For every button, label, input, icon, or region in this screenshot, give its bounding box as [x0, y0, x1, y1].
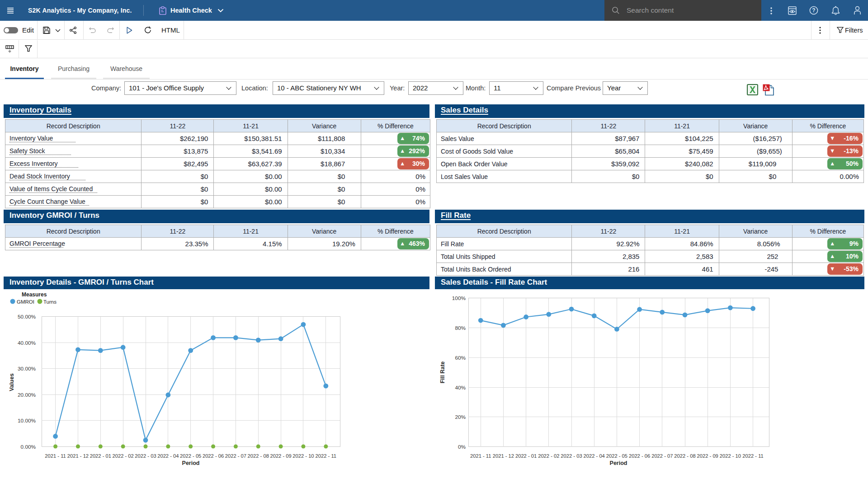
- svg-text:2022 - 05: 2022 - 05: [606, 453, 627, 459]
- svg-text:2022 - 07: 2022 - 07: [225, 453, 246, 459]
- svg-text:Period: Period: [182, 460, 200, 466]
- svg-text:20%: 20%: [455, 414, 466, 420]
- svg-text:2021 - 11: 2021 - 11: [45, 453, 66, 459]
- svg-text:50.00%: 50.00%: [18, 314, 36, 320]
- svg-text:80%: 80%: [455, 325, 466, 331]
- svg-text:2022 - 04: 2022 - 04: [584, 453, 605, 459]
- svg-text:2022 - 09: 2022 - 09: [697, 453, 718, 459]
- svg-text:0.00%: 0.00%: [21, 444, 36, 450]
- svg-text:Measures: Measures: [22, 291, 47, 298]
- svg-text:2022 - 05: 2022 - 05: [180, 453, 201, 459]
- svg-text:0%: 0%: [458, 444, 466, 450]
- svg-text:GMROI: GMROI: [17, 299, 34, 305]
- svg-text:2022 - 10: 2022 - 10: [720, 453, 741, 459]
- svg-text:2022 - 04: 2022 - 04: [157, 453, 179, 459]
- svg-text:2022 - 03: 2022 - 03: [135, 453, 156, 459]
- svg-text:40.00%: 40.00%: [18, 340, 36, 346]
- svg-text:2022 - 11: 2022 - 11: [316, 453, 336, 459]
- svg-text:2022 - 02: 2022 - 02: [113, 453, 134, 459]
- svg-text:30.00%: 30.00%: [18, 366, 36, 372]
- svg-text:2022 - 08: 2022 - 08: [248, 453, 269, 459]
- svg-text:Period: Period: [610, 460, 627, 466]
- svg-text:?: ?: [812, 7, 815, 14]
- svg-text:2022 - 09: 2022 - 09: [270, 453, 291, 459]
- svg-text:2022 - 07: 2022 - 07: [651, 453, 673, 459]
- svg-text:2022 - 11: 2022 - 11: [742, 453, 763, 459]
- svg-text:2022 - 03: 2022 - 03: [561, 453, 582, 459]
- svg-text:100%: 100%: [452, 295, 466, 301]
- svg-text:2021 - 12: 2021 - 12: [493, 453, 514, 459]
- svg-text:Fill Rate: Fill Rate: [439, 361, 446, 384]
- svg-text:2022 - 06: 2022 - 06: [203, 453, 224, 459]
- svg-text:2022 - 01: 2022 - 01: [90, 453, 111, 459]
- svg-text:2022 - 01: 2022 - 01: [515, 453, 537, 459]
- svg-text:60%: 60%: [455, 355, 466, 361]
- svg-text:2022 - 10: 2022 - 10: [292, 453, 314, 459]
- svg-text:Turns: Turns: [43, 299, 57, 305]
- svg-text:2021 - 12: 2021 - 12: [67, 453, 89, 459]
- svg-text:10.00%: 10.00%: [18, 418, 36, 424]
- svg-text:2021 - 11: 2021 - 11: [470, 453, 491, 459]
- svg-text:2022 - 08: 2022 - 08: [674, 453, 695, 459]
- svg-text:20.00%: 20.00%: [18, 392, 36, 398]
- svg-text:2022 - 02: 2022 - 02: [538, 453, 559, 459]
- svg-text:40%: 40%: [455, 385, 466, 391]
- svg-text:2022 - 06: 2022 - 06: [629, 453, 650, 459]
- svg-text:Values: Values: [9, 373, 15, 391]
